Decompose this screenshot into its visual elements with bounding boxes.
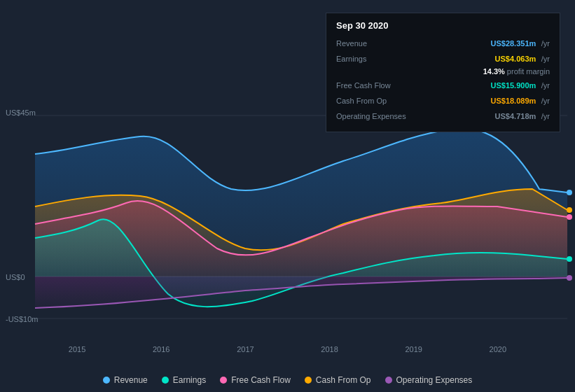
y-label-neg: -US$10m — [6, 315, 38, 323]
tooltip-value-earnings: US$4.063m — [495, 55, 536, 63]
svg-point-4 — [567, 207, 572, 213]
x-label-2020: 2020 — [490, 345, 506, 354]
tooltip-row-margin: 14.3% profit margin — [336, 67, 550, 76]
tooltip-unit-revenue: /yr — [541, 39, 550, 48]
tooltip-unit-earnings: /yr — [541, 55, 550, 63]
tooltip-label-earnings: Earnings — [336, 55, 420, 63]
x-label-2018: 2018 — [321, 345, 338, 354]
tooltip-row-earnings: Earnings US$4.063m /yr — [336, 52, 550, 64]
tooltip-label-fcf: Free Cash Flow — [336, 81, 420, 90]
legend-item-opex[interactable]: Operating Expenses — [385, 375, 473, 385]
legend-label-earnings: Earnings — [173, 375, 206, 385]
tooltip-row-opex: Operating Expenses US$4.718m /yr — [336, 109, 550, 122]
chart-legend: Revenue Earnings Free Cash Flow Cash Fro… — [0, 375, 575, 385]
tooltip-value-fcf: US$15.900m — [490, 81, 536, 90]
x-axis-labels: 2015 2016 2017 2018 2019 2020 — [0, 345, 575, 354]
legend-label-fcf: Free Cash Flow — [231, 375, 291, 385]
tooltip-row-cashfromop: Cash From Op US$18.089m /yr — [336, 94, 550, 106]
tooltip-unit-cashfromop: /yr — [541, 97, 550, 105]
tooltip-unit-fcf: /yr — [541, 81, 550, 90]
x-label-2019: 2019 — [405, 345, 422, 354]
legend-item-earnings[interactable]: Earnings — [162, 375, 206, 385]
legend-dot-opex — [385, 377, 392, 384]
tooltip-unit-opex: /yr — [541, 112, 550, 120]
tooltip-label-cashfromop: Cash From Op — [336, 97, 420, 105]
tooltip-value-revenue: US$28.351m — [490, 39, 536, 48]
x-label-2015: 2015 — [69, 345, 85, 354]
legend-dot-cashfromop — [305, 377, 312, 384]
legend-dot-revenue — [103, 377, 110, 384]
legend-label-opex: Operating Expenses — [396, 375, 473, 385]
legend-item-fcf[interactable]: Free Cash Flow — [220, 375, 291, 385]
svg-point-3 — [567, 190, 572, 195]
svg-point-7 — [567, 275, 572, 281]
tooltip-profit-margin-label: profit margin — [507, 67, 550, 76]
tooltip-row-revenue: Revenue US$28.351m /yr — [336, 36, 550, 49]
tooltip-title: Sep 30 2020 — [336, 20, 550, 31]
tooltip-profit-margin-value: 14.3% — [483, 67, 505, 76]
x-label-2016: 2016 — [153, 345, 169, 354]
legend-dot-earnings — [162, 377, 169, 384]
tooltip-value-opex: US$4.718m — [495, 112, 536, 120]
tooltip-label-revenue: Revenue — [336, 39, 420, 48]
tooltip-label-opex: Operating Expenses — [336, 112, 420, 120]
legend-item-cashfromop[interactable]: Cash From Op — [305, 375, 371, 385]
x-label-2017: 2017 — [237, 345, 254, 354]
tooltip-row-fcf: Free Cash Flow US$15.900m /yr — [336, 78, 550, 91]
tooltip-value-cashfromop: US$18.089m — [490, 97, 536, 105]
y-label-zero: US$0 — [6, 273, 25, 281]
legend-dot-fcf — [220, 377, 227, 384]
legend-item-revenue[interactable]: Revenue — [103, 375, 148, 385]
legend-label-cashfromop: Cash From Op — [316, 375, 371, 385]
y-label-top: US$45m — [6, 108, 36, 117]
svg-point-5 — [567, 214, 572, 220]
legend-label-revenue: Revenue — [114, 375, 148, 385]
tooltip-panel: Sep 30 2020 Revenue US$28.351m /yr Earni… — [326, 13, 560, 132]
svg-point-6 — [567, 256, 572, 262]
